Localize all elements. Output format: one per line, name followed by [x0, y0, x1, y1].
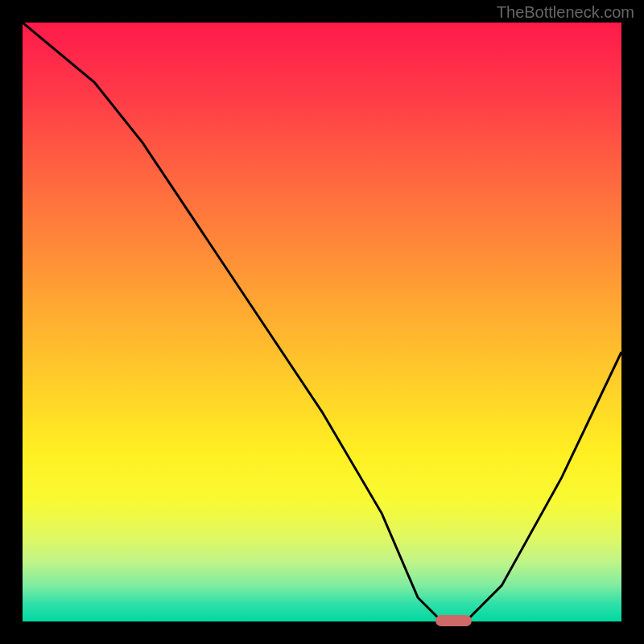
watermark-text: TheBottleneck.com	[497, 3, 634, 22]
optimal-point-marker	[436, 615, 472, 626]
bottleneck-curve-line	[23, 23, 621, 621]
chart-curve-svg	[23, 23, 621, 621]
chart-plot-area	[23, 23, 621, 621]
